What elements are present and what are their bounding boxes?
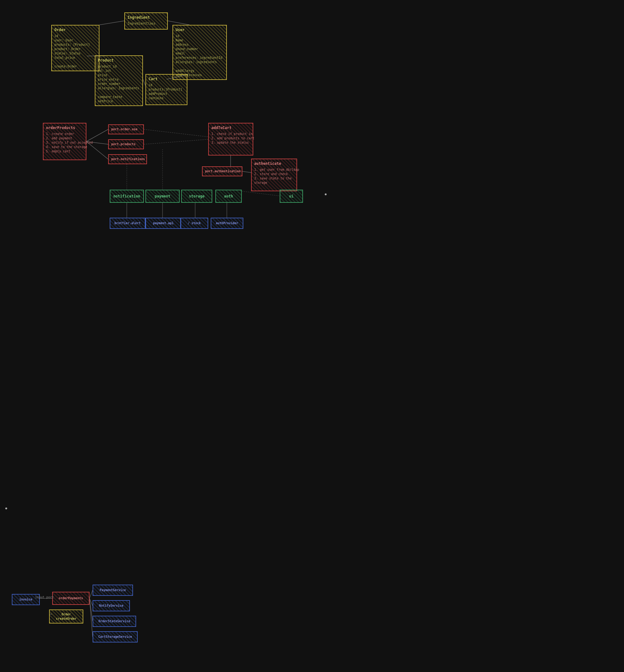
svg-line-5 xyxy=(86,129,108,142)
authenticate-content: 1. get user from db/ldap 2. store and ch… xyxy=(254,168,294,185)
port-order-use-node: port.order.use xyxy=(108,124,144,134)
addtocart-content: 1. check if product in 2. add products t… xyxy=(211,132,250,145)
port-notifications-node: port.notifications xyxy=(108,154,147,164)
payment-svc-title: payment xyxy=(155,194,171,199)
order-node: Order id user: User products: [Product] … xyxy=(51,25,100,71)
svg-line-22 xyxy=(89,598,93,621)
user-content: id Name address phone_number email prefe… xyxy=(176,34,224,77)
invoice-title: invoice xyxy=(19,597,32,602)
payment-api-title: payment.api xyxy=(153,221,174,225)
dot-marker-1 xyxy=(325,193,327,195)
cart-title: Cart xyxy=(149,76,184,82)
orderproducts-title: orderProducts xyxy=(46,125,83,131)
connector-lines xyxy=(0,0,624,672)
orderproducts-node: orderProducts 1. create order 2. add pay… xyxy=(43,123,86,160)
payment-api-node: payment.api xyxy=(146,218,181,229)
order-createorder-node: Order createOrder xyxy=(49,609,83,623)
brntfier-alert-title: brntfier.alert xyxy=(114,221,140,225)
diagram-canvas: Ingredient IngredientClass Order id user… xyxy=(0,0,624,672)
cart-content: id products:[Product] addProduct contain… xyxy=(149,83,184,100)
auth-svc-node: auth xyxy=(215,190,242,203)
notification-svc-node: notification xyxy=(110,190,144,203)
product-content: product_id id: int price price_extra ord… xyxy=(98,65,140,103)
orderstate-service-title: OrderStateService xyxy=(99,619,130,623)
port-order-use-title: port.order.use xyxy=(111,127,137,131)
order-title: Order xyxy=(54,27,96,33)
orderproducts-content: 1. create order 2. add payment 3. notify… xyxy=(46,132,83,154)
user-node: User id Name address phone_number email … xyxy=(173,25,227,80)
addtocart-title: addToCart xyxy=(211,125,250,131)
cartstorage-service-title: CartStorageService xyxy=(98,635,132,639)
ui-svc-node: ui xyxy=(280,190,303,203)
svg-line-8 xyxy=(144,129,208,137)
input-port-label: input port xyxy=(35,596,54,599)
svg-line-14 xyxy=(242,191,280,196)
payment-service-title: PaymentService xyxy=(100,588,126,592)
svg-line-0 xyxy=(100,21,124,25)
ingredient-node: Ingredient IngredientClass xyxy=(124,13,168,29)
port-notifications-title: port.notifications xyxy=(111,157,145,161)
addtocart-node: addToCart 1. check if product in 2. add … xyxy=(208,123,253,155)
port-authentication-node: port.authentication xyxy=(202,166,242,176)
notify-service-title: NotifyService xyxy=(99,604,123,608)
svg-line-20 xyxy=(89,590,93,598)
port-products-title: port.products xyxy=(111,142,135,147)
authenticate-node: authenticate 1. get user from db/ldap 2.… xyxy=(251,158,297,191)
notification-svc-title: notification xyxy=(113,194,140,199)
authenticate-title: authenticate xyxy=(254,161,294,166)
brntfier-alert-node: brntfier.alert xyxy=(110,218,146,229)
port-authentication-title: port.authentication xyxy=(205,169,240,174)
cartstorage-service-node: CartStorageService xyxy=(93,631,138,643)
order-createorder-title: Order createOrder xyxy=(56,612,76,621)
auth-provider-node: authProvider xyxy=(211,218,243,229)
payment-svc-node: payment xyxy=(146,190,180,203)
svg-line-23 xyxy=(89,598,93,637)
port-products-node: port.products xyxy=(108,139,144,149)
order-content: id user: User products: [Product] produc… xyxy=(54,34,96,69)
dot-marker-2 xyxy=(5,507,7,509)
notify-service-node: NotifyService xyxy=(93,600,130,612)
s3-stock-title: / stock xyxy=(188,221,201,225)
svg-line-9 xyxy=(144,139,208,144)
product-title: Product xyxy=(98,58,140,63)
payment-service-node: PaymentService xyxy=(93,584,133,596)
ingredient-title: Ingredient xyxy=(127,15,165,20)
s3-stock-node: / stock xyxy=(180,218,208,229)
auth-svc-title: auth xyxy=(224,194,233,199)
orderpayments-title: orderPayments xyxy=(59,596,83,600)
orderpayments-node: orderPayments xyxy=(52,592,89,605)
auth-provider-title: authProvider xyxy=(216,221,238,225)
user-title: User xyxy=(176,27,224,33)
svg-line-11 xyxy=(242,171,251,173)
product-node: Product product_id id: int price price_e… xyxy=(95,55,143,106)
storage-svc-node: storage xyxy=(181,190,212,203)
orderstate-service-node: OrderStateService xyxy=(93,616,136,627)
cart-node: Cart id products:[Product] addProduct co… xyxy=(146,74,187,105)
svg-line-1 xyxy=(168,21,189,25)
svg-line-21 xyxy=(89,598,93,606)
ui-svc-title: ui xyxy=(289,194,293,199)
svg-line-3 xyxy=(143,79,146,85)
ingredient-content: IngredientClass xyxy=(127,22,165,26)
storage-svc-title: storage xyxy=(189,194,205,199)
